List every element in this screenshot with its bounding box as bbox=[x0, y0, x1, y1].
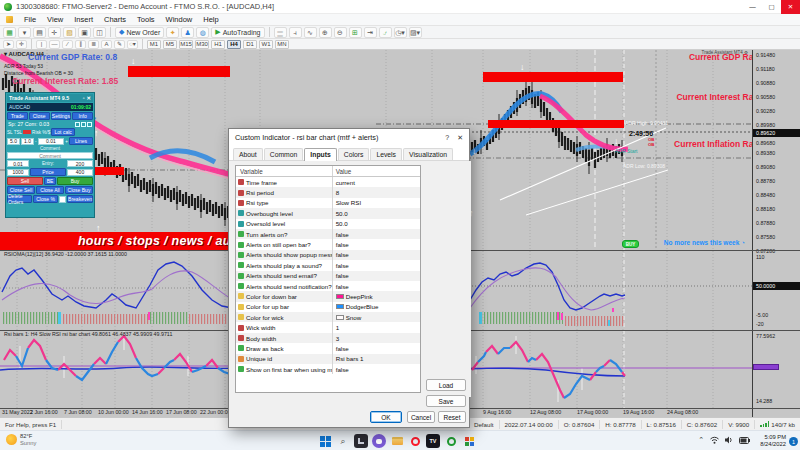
periods-dropdown-icon[interactable]: ◷▾ bbox=[394, 27, 407, 38]
new-order-button[interactable]: ◆ New Order bbox=[115, 27, 164, 38]
lines-button[interactable]: Lines bbox=[69, 137, 93, 145]
input-row[interactable]: Alerts on still open bar? false bbox=[236, 239, 420, 249]
dialog-help-button[interactable]: ? bbox=[445, 134, 449, 142]
input-row[interactable]: Alerts should show popup message? false bbox=[236, 250, 420, 260]
panel-minimize-icon[interactable]: ▫ bbox=[83, 95, 85, 101]
menu-window[interactable]: Window bbox=[166, 15, 193, 24]
breakeven-quick-button[interactable]: BE bbox=[44, 177, 56, 185]
buy-button[interactable]: Buy bbox=[57, 177, 93, 185]
tf-m15-button[interactable]: M15 bbox=[179, 40, 193, 49]
profile-name[interactable]: Default bbox=[469, 420, 500, 429]
menu-help[interactable]: Help bbox=[203, 15, 218, 24]
file-explorer-icon[interactable] bbox=[390, 434, 404, 448]
horizontal-line-tool-icon[interactable]: — bbox=[49, 40, 60, 49]
tile-windows-icon[interactable]: ⊞ bbox=[349, 27, 362, 38]
panel-tab-settings[interactable]: Settings bbox=[51, 112, 72, 120]
grid-icon[interactable] bbox=[81, 122, 86, 127]
dark-app-icon[interactable] bbox=[354, 434, 368, 448]
colorful-grid-app-icon[interactable] bbox=[462, 434, 476, 448]
menu-tools[interactable]: Tools bbox=[137, 15, 155, 24]
cancel-button[interactable]: Cancel bbox=[407, 411, 435, 423]
templates-dropdown-icon[interactable]: ▨▾ bbox=[409, 27, 422, 38]
search-button[interactable]: ⌕ bbox=[336, 434, 350, 448]
chat-app-icon[interactable] bbox=[372, 434, 386, 448]
panel-tab-close[interactable]: Close bbox=[29, 112, 50, 120]
input-row[interactable]: Body width 3 bbox=[236, 333, 420, 343]
tab-levels[interactable]: Levels bbox=[370, 148, 402, 160]
tf-d1-button[interactable]: D1 bbox=[243, 40, 257, 49]
market-watch-icon[interactable]: ▤ bbox=[33, 27, 46, 38]
price-input[interactable]: 400 bbox=[67, 169, 93, 176]
indicators-icon[interactable]: ⍻ bbox=[379, 27, 392, 38]
price-button[interactable]: Price bbox=[30, 168, 66, 176]
panel-tab-trade[interactable]: Trade bbox=[7, 112, 28, 120]
input-row[interactable]: Alerts should send notification? false bbox=[236, 281, 420, 291]
tray-chevron-icon[interactable]: ⌃ bbox=[698, 436, 704, 444]
tf-m1-button[interactable]: M1 bbox=[147, 40, 161, 49]
navigator-icon[interactable]: ▧ bbox=[63, 27, 76, 38]
tab-common[interactable]: Common bbox=[264, 148, 304, 160]
price-axis[interactable]: 0.91480 0.91180 0.90880 0.90580 0.90280 … bbox=[752, 50, 800, 417]
menu-file[interactable]: File bbox=[24, 15, 36, 24]
vertical-line-tool-icon[interactable]: | bbox=[36, 40, 47, 49]
cursor-tool-icon[interactable]: ➤ bbox=[3, 40, 14, 49]
input-row[interactable]: Oversold level 50.0 bbox=[236, 219, 420, 229]
tf-h4-button[interactable]: H4 bbox=[227, 40, 241, 49]
load-button[interactable]: Load bbox=[426, 379, 466, 391]
input-row[interactable]: Show on first bar when using mtf false bbox=[236, 364, 420, 374]
input-row[interactable]: Turn alerts on? false bbox=[236, 229, 420, 239]
text-tool-icon[interactable]: A bbox=[101, 40, 112, 49]
tsl-input[interactable]: 1.0 bbox=[21, 138, 34, 145]
entry-input[interactable]: 200 bbox=[67, 160, 93, 167]
panel-close-icon[interactable]: ✕ bbox=[87, 95, 91, 101]
indicator-properties-dialog[interactable]: Custom Indicator - rsi bar chart (mtf + … bbox=[228, 128, 470, 428]
opera-browser-icon[interactable] bbox=[408, 434, 422, 448]
panel-tab-info[interactable]: Info bbox=[72, 112, 93, 120]
input-row[interactable]: Alerts should play a sound? false bbox=[236, 260, 420, 270]
risk-plus-button[interactable]: + bbox=[65, 139, 68, 144]
close-buy-button[interactable]: Close Buy bbox=[65, 186, 93, 194]
input-row[interactable]: Unique id Rsi bars 1 bbox=[236, 354, 420, 364]
risk-mode-badge[interactable] bbox=[23, 130, 31, 134]
tab-inputs[interactable]: Inputs bbox=[304, 148, 336, 161]
zoom-in-icon[interactable]: ⊕ bbox=[319, 27, 332, 38]
close-button[interactable]: ✕ bbox=[781, 0, 800, 14]
tv-app-icon[interactable]: TV bbox=[426, 434, 440, 448]
arrows-tool-icon[interactable]: ✎ bbox=[114, 40, 125, 49]
tab-colors[interactable]: Colors bbox=[338, 148, 370, 160]
input-row[interactable]: Time frame current bbox=[236, 177, 420, 187]
notification-badge[interactable]: 1 bbox=[789, 437, 798, 446]
line-chart-icon[interactable]: ∿ bbox=[304, 27, 317, 38]
channel-tool-icon[interactable]: ∥ bbox=[75, 40, 86, 49]
weather-widget[interactable]: 82°F Sunny bbox=[6, 433, 36, 446]
tf-w1-button[interactable]: W1 bbox=[259, 40, 273, 49]
risk-input[interactable]: 0.01 bbox=[38, 138, 65, 145]
tf-m30-button[interactable]: M30 bbox=[195, 40, 209, 49]
risk-minus-button[interactable]: - bbox=[35, 139, 37, 144]
market-globe-icon[interactable]: ◍ bbox=[196, 27, 209, 38]
lot-calc-button[interactable]: Lot calc bbox=[51, 128, 75, 136]
data-window-icon[interactable]: ✛ bbox=[48, 27, 61, 38]
breakeven-button[interactable]: Breakeven bbox=[67, 195, 93, 203]
menu-insert[interactable]: Insert bbox=[74, 15, 93, 24]
panel-title-bar[interactable]: Trade Assistant MT4 9.5 ▫ ✕ bbox=[7, 94, 93, 102]
input-row[interactable]: Wick width 1 bbox=[236, 322, 420, 332]
profile-user-icon[interactable]: ♟ bbox=[181, 27, 194, 38]
delete-orders-button[interactable]: Delete Orders bbox=[7, 195, 32, 203]
tf-h1-button[interactable]: H1 bbox=[211, 40, 225, 49]
minimize-button[interactable]: — bbox=[743, 0, 762, 14]
input-row[interactable]: Color for up bar DodgerBlue bbox=[236, 302, 420, 312]
maximize-button[interactable]: ▢ bbox=[762, 0, 781, 14]
tf-m5-button[interactable]: M5 bbox=[163, 40, 177, 49]
input-row[interactable]: Draw as back false bbox=[236, 343, 420, 353]
zoom-out-icon[interactable]: ⊖ bbox=[334, 27, 347, 38]
sell-button[interactable]: Sell bbox=[7, 177, 43, 185]
input-row[interactable]: Color for down bar DeepPink bbox=[236, 291, 420, 301]
autotrading-button[interactable]: ▶ AutoTrading bbox=[211, 27, 264, 38]
input-row[interactable]: Color for wick Snow bbox=[236, 312, 420, 322]
candle-chart-icon[interactable]: ⫞ bbox=[289, 27, 302, 38]
trade-assistant-panel[interactable]: Trade Assistant MT4 9.5 ▫ ✕ AUDCAD 01:09… bbox=[5, 92, 95, 218]
system-tray[interactable]: ⌃ bbox=[698, 436, 750, 444]
save-button[interactable]: Save bbox=[426, 395, 466, 407]
menu-view[interactable]: View bbox=[47, 15, 63, 24]
